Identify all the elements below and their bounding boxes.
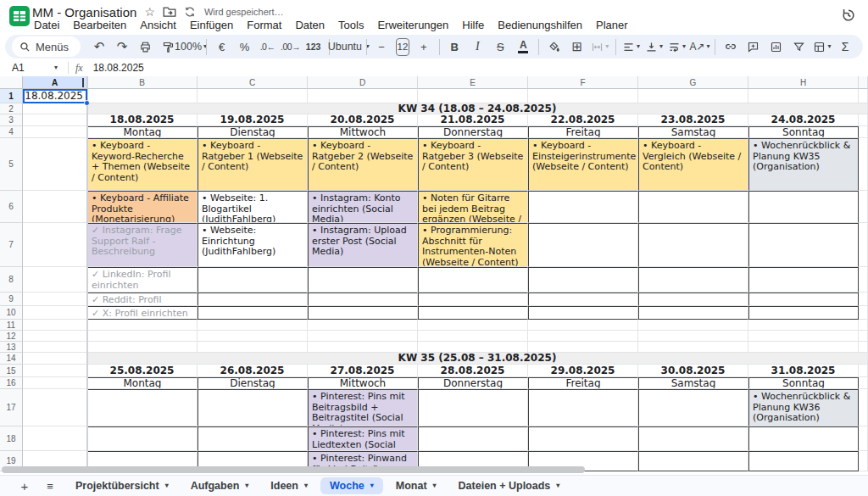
- cell-B2[interactable]: KW 34 (18.08 – 24.08.2025): [87, 103, 868, 114]
- cell-D4[interactable]: Mittwoch: [308, 126, 418, 138]
- row-header-6[interactable]: 6: [0, 191, 23, 223]
- cell-E3[interactable]: 21.08.2025: [418, 114, 528, 126]
- text-rotation-button[interactable]: A↗ ▾: [688, 36, 710, 57]
- cell-F4[interactable]: Freitag: [528, 126, 638, 138]
- menu-datei[interactable]: Datei: [27, 18, 66, 32]
- cell-A7[interactable]: [23, 223, 87, 267]
- cell-D17[interactable]: • Pinterest: Pins mit Beitragsbild + Bei…: [308, 389, 418, 426]
- cell-B8[interactable]: ✓ LinkedIn: Profil einrichten: [87, 267, 198, 293]
- cell-G8[interactable]: [638, 267, 748, 293]
- row-header-5[interactable]: 5: [0, 138, 23, 191]
- currency-format-button[interactable]: €: [211, 36, 233, 57]
- cell-E11[interactable]: [418, 320, 528, 331]
- menu-einfügen[interactable]: Einfügen: [183, 18, 240, 32]
- cell-B3[interactable]: 18.08.2025: [87, 114, 198, 126]
- insert-link-button[interactable]: [720, 36, 742, 57]
- cell-F6[interactable]: [528, 191, 638, 223]
- cell-x8-15[interactable]: [859, 365, 868, 377]
- cell-C11[interactable]: [198, 320, 308, 331]
- cell-x8-9[interactable]: [859, 293, 868, 306]
- cell-G13[interactable]: [638, 342, 748, 353]
- column-header-F[interactable]: F: [528, 76, 638, 89]
- cell-E17[interactable]: [418, 389, 528, 426]
- star-icon[interactable]: ☆: [144, 6, 155, 18]
- sheet-tab-ideen[interactable]: Ideen▾: [261, 477, 317, 494]
- add-sheet-button[interactable]: +: [12, 479, 37, 493]
- cell-B12[interactable]: [87, 331, 198, 342]
- cell-F7[interactable]: [528, 223, 638, 267]
- cell-H4[interactable]: Sonntag: [748, 126, 859, 138]
- cell-G15[interactable]: 30.08.2025: [638, 365, 748, 377]
- cell-x8-17[interactable]: [859, 389, 868, 426]
- column-header-B[interactable]: B: [87, 76, 198, 89]
- column-header-E[interactable]: E: [418, 76, 528, 89]
- row-header-11[interactable]: 11: [0, 320, 23, 331]
- cell-F8[interactable]: [528, 267, 638, 293]
- cell-H11[interactable]: [748, 320, 859, 331]
- cell-G9[interactable]: [638, 293, 748, 306]
- cell-x8-10[interactable]: [859, 306, 868, 320]
- cell-C5[interactable]: • Keyboard - Ratgeber 1 (Webseite / Cont…: [198, 138, 308, 191]
- cell-D18[interactable]: • Pinterest: Pins mit Liedtexten (Social…: [308, 426, 418, 451]
- row-header-13[interactable]: 13: [0, 342, 23, 353]
- cell-F15[interactable]: 29.08.2025: [528, 365, 638, 377]
- sheet-tab-projekt-bersicht[interactable]: Projektübersicht▾: [66, 477, 178, 494]
- menu-hilfe[interactable]: Hilfe: [455, 18, 491, 32]
- insert-comment-button[interactable]: [743, 36, 765, 57]
- cell-E16[interactable]: Donnerstag: [418, 377, 528, 389]
- all-sheets-button[interactable]: ≡: [37, 480, 63, 493]
- cell-F1[interactable]: [528, 89, 638, 103]
- cell-B5[interactable]: • Keyboard - Keyword-Recherche + Themen …: [87, 138, 198, 191]
- cell-H16[interactable]: Sonntag: [748, 377, 859, 389]
- cell-B14[interactable]: KW 35 (25.08 – 31.08.2025): [87, 353, 868, 365]
- cell-B9[interactable]: ✓ Reddit: Profil einrichten: [87, 293, 198, 306]
- cell-B6[interactable]: • Keyboard - Affiliate Produkte (Monetar…: [87, 191, 198, 223]
- cell-H18[interactable]: [748, 426, 859, 451]
- cell-G1[interactable]: [638, 89, 748, 103]
- cell-D15[interactable]: 27.08.2025: [308, 365, 418, 377]
- cell-F18[interactable]: [528, 426, 638, 451]
- row-header-17[interactable]: 17: [0, 389, 23, 426]
- fill-handle[interactable]: [84, 100, 90, 106]
- cell-F17[interactable]: [528, 389, 638, 426]
- column-header-D[interactable]: D: [308, 76, 418, 89]
- cell-x8-5[interactable]: [859, 138, 868, 191]
- cell-A2[interactable]: [23, 103, 87, 114]
- cell-H8[interactable]: [748, 267, 859, 293]
- sheet-tab-woche[interactable]: Woche▾: [320, 477, 383, 494]
- text-wrap-button[interactable]: ▾: [665, 36, 687, 57]
- cell-A11[interactable]: [23, 320, 87, 331]
- vertical-align-button[interactable]: ▾: [643, 36, 665, 57]
- cell-B11[interactable]: [87, 320, 198, 331]
- row-header-4[interactable]: 4: [0, 126, 23, 138]
- cell-E8[interactable]: [418, 267, 528, 293]
- cell-C6[interactable]: • Webseite: 1. Blogartikel (JudithFahlbe…: [198, 191, 308, 223]
- row-header-7[interactable]: 7: [0, 223, 23, 267]
- cell-x8-18[interactable]: [859, 426, 868, 451]
- cell-C13[interactable]: [198, 342, 308, 353]
- cell-x8-6[interactable]: [859, 191, 868, 223]
- cell-E6[interactable]: • Noten für Gitarre bei jedem Beitrag er…: [418, 191, 528, 223]
- cell-B16[interactable]: Montag: [87, 377, 198, 389]
- menu-daten[interactable]: Daten: [288, 18, 331, 32]
- cell-B10[interactable]: ✓ X: Profil einrichten: [87, 306, 198, 320]
- cell-A1[interactable]: 18.08.2025: [23, 89, 87, 103]
- cell-A5[interactable]: [23, 138, 87, 191]
- cell-D8[interactable]: [308, 267, 418, 293]
- cell-C10[interactable]: [198, 306, 308, 320]
- cell-G5[interactable]: • Keyboard - Vergleich (Webseite / Conte…: [638, 138, 748, 191]
- decrease-font-size-button[interactable]: −: [370, 36, 392, 57]
- cell-E15[interactable]: 28.08.2025: [418, 365, 528, 377]
- cell-G19[interactable]: [638, 451, 748, 471]
- cell-C9[interactable]: [198, 293, 308, 306]
- cell-x8-3[interactable]: [859, 114, 868, 126]
- font-size-input[interactable]: 12: [396, 38, 409, 56]
- cell-G11[interactable]: [638, 320, 748, 331]
- spreadsheet-grid[interactable]: ABCDEFGH1234567891011121314151617181918.…: [0, 76, 868, 475]
- menu-bearbeiten[interactable]: Bearbeiten: [66, 18, 133, 32]
- cell-F5[interactable]: • Keyboard - Einsteigerinstrumente (Webs…: [528, 138, 638, 191]
- cell-H13[interactable]: [748, 342, 859, 353]
- cell-x8-4[interactable]: [859, 126, 868, 138]
- menus-search-button[interactable]: Menüs: [12, 36, 81, 57]
- strikethrough-button[interactable]: S: [489, 36, 511, 57]
